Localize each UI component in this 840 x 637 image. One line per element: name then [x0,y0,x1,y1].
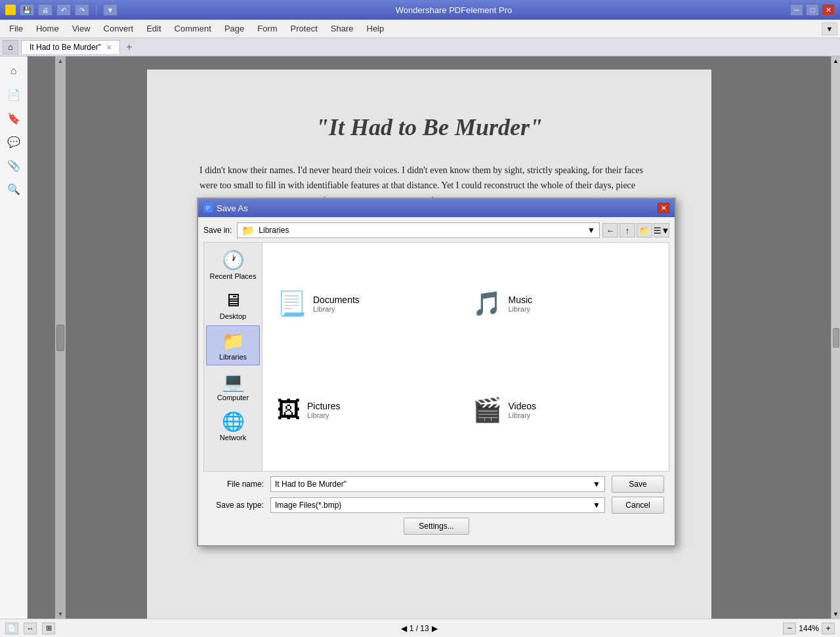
menu-page[interactable]: Page [218,21,251,36]
dialog-left-panel: 🕐 Recent Places 🖥 Desktop 📁 Libraries [203,242,262,472]
place-libraries[interactable]: 📁 Libraries [206,325,260,365]
quick-undo-btn[interactable]: ↶ [56,4,71,16]
menu-share[interactable]: Share [324,21,360,36]
next-page-btn[interactable]: ▶ [432,624,438,633]
app-title: Wondershare PDFelement Pro [117,5,790,15]
menu-comment[interactable]: Comment [168,21,218,36]
zoom-out-btn[interactable]: − [783,623,796,634]
filename-dropdown-arrow: ▼ [593,480,600,489]
expand-btn[interactable]: ▼ [822,22,837,35]
save-dialog: P Save As ✕ Save in: 📁 Libraries [197,197,676,546]
recent-icon: 🕐 [222,249,245,271]
documents-name: Documents [313,295,360,305]
minimize-btn[interactable]: ─ [790,4,803,16]
sidebar-comment-icon[interactable]: 💬 [5,133,23,151]
app-icon [5,5,16,15]
sidebar-bookmark-icon[interactable]: 🔖 [5,109,23,127]
videos-sub: Library [509,411,537,419]
fit-page-btn[interactable]: 📄 [5,623,18,634]
rscroll-up-btn[interactable]: ▲ [833,58,839,64]
menu-form[interactable]: Form [251,21,284,36]
home-btn[interactable]: ⌂ [3,40,18,54]
save-btn[interactable]: Save [612,476,664,493]
menu-convert[interactable]: Convert [97,21,140,36]
menu-file[interactable]: File [3,21,30,36]
filename-input[interactable]: It Had to Be Murder" ▼ [270,476,605,492]
settings-row: Settings... [209,518,664,535]
zoom-controls: − 144% + [783,623,835,634]
menu-view[interactable]: View [66,21,97,36]
place-recent[interactable]: 🕐 Recent Places [206,245,260,284]
prev-page-btn[interactable]: ◀ [401,624,407,633]
menu-edit[interactable]: Edit [140,21,167,36]
place-recent-label: Recent Places [210,272,257,280]
sidebar-attach-icon[interactable]: 📎 [5,156,23,175]
pictures-name: Pictures [307,401,341,411]
computer-icon: 💻 [222,371,245,392]
doc-area: "It Had to Be Murder" I didn't know thei… [28,56,831,619]
place-network[interactable]: 🌐 Network [206,407,260,445]
dropdown-arrow: ▼ [587,226,595,235]
dialog-content: 🕐 Recent Places 🖥 Desktop 📁 Libraries [203,242,669,472]
menu-protect[interactable]: Protect [284,21,324,36]
zoom-in-btn[interactable]: + [822,623,835,634]
settings-btn[interactable]: Settings... [404,518,469,535]
toolbar-icons: ← ↑ 📁 ☰▼ [602,223,669,237]
fit-width-btn[interactable]: ↔ [24,623,37,634]
main-area: ⌂ 📄 🔖 💬 📎 🔍 "It Had to Be Murder" I didn… [0,56,840,619]
rscroll-thumb[interactable] [833,328,839,348]
titlebar-left: 💾 🖨 ↶ ↷ ▼ [5,4,117,16]
videos-name: Videos [509,401,537,411]
dialog-close-btn[interactable]: ✕ [658,203,669,213]
titlebar-controls: ─ □ ✕ [790,4,835,16]
tab-close-btn[interactable]: ✕ [106,44,112,51]
close-btn[interactable]: ✕ [822,4,835,16]
music-icon: 🎵 [472,290,502,318]
sidebar-search-icon[interactable]: 🔍 [5,180,23,198]
place-computer-label: Computer [217,394,249,401]
multi-page-btn[interactable]: ⊞ [42,623,55,634]
rscroll-down-btn[interactable]: ▼ [833,611,839,617]
cancel-btn[interactable]: Cancel [612,497,664,514]
documents-icon: 📃 [277,290,306,318]
statusbar: 📄 ↔ ⊞ ◀ 1 / 13 ▶ − 144% + [0,619,840,637]
filetype-row: Save as type: Image Files(*.bmp) ▼ Cance… [209,497,664,514]
dialog-toolbar: Save in: 📁 Libraries ▼ ← ↑ 📁 [203,222,669,238]
documents-sub: Library [313,305,360,313]
filetype-input[interactable]: Image Files(*.bmp) ▼ [270,497,605,513]
active-tab[interactable]: It Had to Be Murder" ✕ [21,40,120,54]
place-libraries-label: Libraries [219,353,247,361]
sidebar-home-icon[interactable]: ⌂ [5,62,23,80]
lib-documents[interactable]: 📃 Documents Library [273,253,463,354]
dialog-file-area: 📃 Documents Library 🎵 Music [262,242,669,472]
place-desktop[interactable]: 🖥 Desktop [206,285,260,324]
new-tab-btn[interactable]: + [123,41,136,54]
zoom-level: 144% [799,624,819,633]
save-in-dropdown[interactable]: 📁 Libraries ▼ [237,222,600,238]
titlebar: 💾 🖨 ↶ ↷ ▼ Wondershare PDFelement Pro ─ □… [0,0,840,20]
dialog-app-icon: P [203,203,213,213]
videos-icon: 🎬 [472,396,502,424]
up-btn[interactable]: ↑ [620,223,635,237]
quick-extra-btn[interactable]: ▼ [103,4,117,16]
menu-help[interactable]: Help [360,21,391,36]
lib-pictures[interactable]: 🖼 Pictures Library [273,360,463,461]
page-info: 1 / 13 [410,624,429,633]
quick-save-btn[interactable]: 💾 [20,4,34,16]
menu-home[interactable]: Home [30,21,66,36]
dialog-title-left: P Save As [203,203,248,213]
filetype-value: Image Files(*.bmp) [275,501,341,510]
libraries-icon: 📁 [222,330,245,352]
lib-videos[interactable]: 🎬 Videos Library [469,360,659,461]
dialog-titlebar: P Save As ✕ [198,199,675,217]
maximize-btn[interactable]: □ [806,4,819,16]
view-btn[interactable]: ☰▼ [654,223,669,237]
lib-music[interactable]: 🎵 Music Library [469,253,659,354]
back-btn[interactable]: ← [602,223,618,237]
place-desktop-label: Desktop [220,312,246,320]
new-folder-btn[interactable]: 📁 [637,223,652,237]
sidebar-doc-icon[interactable]: 📄 [5,85,23,104]
quick-redo-btn[interactable]: ↷ [75,4,89,16]
place-computer[interactable]: 💻 Computer [206,367,260,405]
quick-print-btn[interactable]: 🖨 [38,4,52,16]
